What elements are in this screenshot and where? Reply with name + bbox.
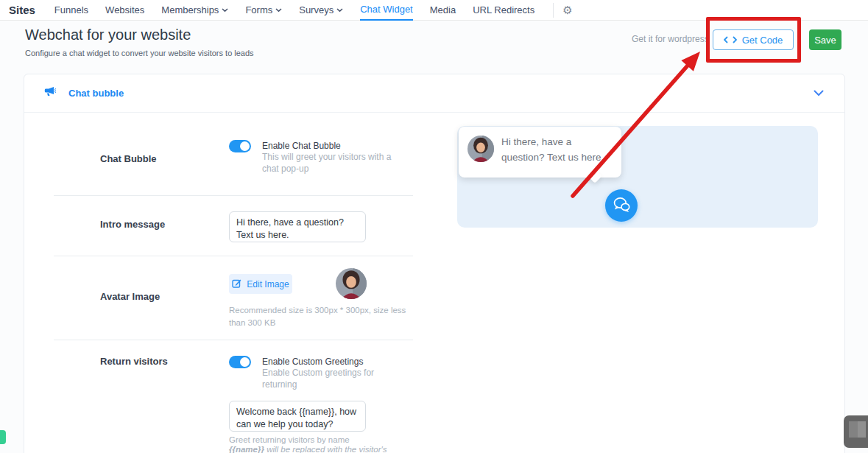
enable-chat-bubble-text: Enable Chat Bubble [262, 141, 341, 151]
row-divider [54, 195, 413, 196]
page-subtitle: Configure a chat widget to convert your … [25, 49, 254, 57]
scroll-widget[interactable] [844, 415, 868, 448]
chat-bubble-fab[interactable] [605, 189, 638, 222]
enable-custom-greetings-toggle[interactable] [229, 356, 251, 368]
nav-item-url-redirects[interactable]: URL Redirects [473, 0, 534, 21]
nav-separator [553, 3, 554, 18]
enable-custom-greetings-text: Enable Custom Greetings [262, 357, 363, 367]
row-divider [54, 340, 413, 340]
scroll-widget-glyph [849, 421, 866, 438]
brand-sites[interactable]: Sites [9, 4, 35, 16]
nav-item-forms[interactable]: Forms [245, 0, 282, 21]
code-icon [724, 35, 737, 46]
nav-item-websites[interactable]: Websites [105, 0, 144, 21]
top-navigation: Sites Funnels Websites Memberships Forms… [0, 0, 868, 21]
chat-bubble-label: Chat Bubble [100, 153, 157, 164]
save-button[interactable]: Save [809, 29, 841, 50]
pencil-icon [232, 278, 241, 290]
intro-message-label: Intro message [100, 219, 165, 230]
preview-message: Hi there, have a question? Text us here. [501, 135, 613, 166]
collapse-chevron-icon[interactable] [814, 88, 824, 99]
nav-item-chat-widget[interactable]: Chat Widget [360, 0, 413, 21]
edit-image-button[interactable]: Edit Image [229, 274, 292, 294]
chat-bubbles-icon [610, 194, 632, 217]
wordpress-link[interactable]: Get it for wordpress [632, 34, 709, 44]
nav-item-memberships[interactable]: Memberships [161, 0, 228, 21]
intro-message-input[interactable]: Hi there, have a question? Text us here. [229, 211, 366, 242]
chat-bubble-description: This will greet your visitors with a cha… [262, 151, 396, 175]
avatar-size-hint: Recommended size is 300px * 300px, size … [229, 304, 419, 329]
megaphone-icon [44, 86, 56, 100]
avatar-image [467, 136, 494, 162]
get-code-button[interactable]: Get Code [713, 29, 794, 50]
webchat-settings-page: Sites Funnels Websites Memberships Forms… [0, 0, 868, 453]
custom-greetings-description: Enable Custom greetings for returning [262, 367, 380, 390]
gear-icon[interactable]: ⚙ [562, 0, 572, 21]
welcome-back-input[interactable]: Welcome back {{name}}, how can we help y… [229, 401, 366, 432]
nav-item-funnels[interactable]: Funnels [54, 0, 88, 21]
page-title: Webchat for your website [25, 27, 191, 43]
chat-bubble-section-header[interactable]: Chat bubble [24, 74, 844, 113]
chat-preview-popup: Hi there, have a question? Text us here. [459, 127, 621, 178]
return-visitors-label: Return visitors [100, 356, 168, 367]
chevron-down-icon [222, 8, 228, 13]
nav-item-media[interactable]: Media [430, 0, 456, 21]
section-title: Chat bubble [68, 88, 124, 99]
chevron-down-icon [336, 8, 343, 13]
avatar-image-label: Avatar Image [100, 291, 160, 302]
chevron-down-icon [275, 8, 282, 13]
name-replacement-hint: {{name}} will be replaced with the visit… [229, 443, 419, 453]
toggle-knob [240, 357, 250, 367]
enable-chat-bubble-toggle[interactable] [229, 140, 251, 152]
avatar-image[interactable] [336, 268, 367, 299]
row-divider [54, 256, 413, 256]
nav-item-surveys[interactable]: Surveys [299, 0, 343, 21]
chat-bubble-card: Chat bubble Chat Bubble Enable Chat Bubb… [24, 74, 845, 453]
toggle-knob [240, 141, 250, 151]
chat-widget-edge-icon[interactable] [0, 430, 6, 444]
